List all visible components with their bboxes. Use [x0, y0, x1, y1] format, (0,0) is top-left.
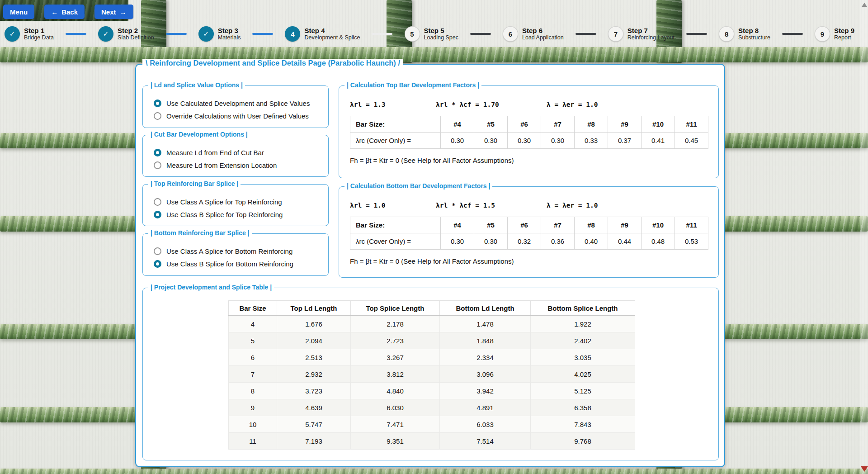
- wizard-step-9[interactable]: 9 Step 9Report: [815, 26, 854, 42]
- wizard-step-5[interactable]: 5 Step 5Loading Spec: [405, 26, 458, 42]
- step-connector: [154, 26, 198, 35]
- table-row: 11 7.193 9.351 7.514 9.768: [229, 433, 635, 450]
- radio-label: Use Class A Splice for Bottom Reinforcin…: [166, 247, 292, 255]
- col-header: Bottom Splice Length: [531, 301, 635, 316]
- menu-button[interactable]: Menu: [3, 5, 34, 19]
- cell: 9.768: [531, 433, 635, 450]
- step-number: 9: [821, 30, 824, 38]
- col-header: #8: [575, 217, 608, 233]
- wizard-step-1[interactable]: ✓ Step 1Bridge Data: [5, 26, 54, 42]
- step-title: Step 4: [304, 27, 360, 34]
- cell: 7: [229, 366, 277, 383]
- cell: 0.30: [508, 133, 541, 149]
- next-button[interactable]: Next →: [94, 5, 133, 19]
- cell: 0.53: [675, 233, 708, 250]
- radio-measure-from-end-of-cut-bar[interactable]: Measure Ld from End of Cut Bar: [154, 146, 328, 159]
- step-subtitle: Reinforcing Layout: [627, 34, 675, 42]
- cell: 4.025: [531, 366, 635, 383]
- wizard-step-8[interactable]: 8 Step 8Substructure: [719, 26, 770, 42]
- radio-unselected-icon[interactable]: [154, 112, 161, 120]
- cell: 1.922: [531, 316, 635, 332]
- cell: 6.033: [440, 416, 531, 433]
- step-connector: [675, 26, 719, 35]
- step-connector: [458, 26, 503, 35]
- fieldset-legend: Calculation Bottom Bar Development Facto…: [344, 182, 492, 190]
- radio-label: Measure Ld from End of Cut Bar: [166, 149, 264, 156]
- wizard-step-2[interactable]: ✓ Step 2Slab Definition: [98, 26, 154, 42]
- cell: 1.478: [440, 316, 531, 332]
- radio-unselected-icon[interactable]: [154, 247, 161, 255]
- col-header: #9: [608, 217, 642, 233]
- radio-class-a-bottom[interactable]: Use Class A Splice for Bottom Reinforcin…: [154, 245, 328, 257]
- cell: 4.639: [277, 399, 351, 416]
- table-row: 10 5.747 7.471 6.033 7.843: [229, 416, 635, 433]
- wizard-step-4-current[interactable]: 4 Step 4Development & Splice: [285, 26, 360, 42]
- bottom-factor-values: λrl = 1.0 λrl * λcf = 1.5 λ = λer = 1.0: [339, 202, 718, 211]
- fieldset-legend: Bottom Reinforcing Bar Splice: [148, 229, 252, 237]
- step-connector: [770, 26, 815, 35]
- step-subtitle: Development & Splice: [304, 34, 360, 42]
- wizard-step-7[interactable]: 7 Step 7Reinforcing Layout: [608, 26, 675, 42]
- cell: 0.32: [508, 233, 541, 250]
- radio-unselected-icon[interactable]: [154, 161, 161, 169]
- vertical-scrollbar[interactable]: [860, 0, 868, 474]
- table-row: λrc (Cover Only) = 0.30 0.30 0.30 0.30 0…: [350, 133, 708, 149]
- col-header: Bottom Ld Length: [440, 301, 531, 316]
- back-button[interactable]: ← Back: [44, 5, 85, 19]
- table-row: λrc (Cover Only) = 0.30 0.30 0.32 0.36 0…: [350, 233, 708, 250]
- cell: 2.723: [351, 332, 440, 349]
- radio-class-b-top[interactable]: Use Class B Splice for Top Reinforcing: [154, 208, 328, 221]
- step-number-circle: 9: [815, 26, 830, 42]
- wizard-step-6[interactable]: 6 Step 6Load Application: [503, 26, 564, 42]
- scroll-down-icon[interactable]: [861, 466, 868, 472]
- table-row: 8 3.723 4.840 3.942 5.125: [229, 383, 635, 399]
- cell: 6: [229, 349, 277, 366]
- cell: 8: [229, 383, 277, 399]
- col-header: #4: [441, 116, 474, 133]
- cell: 10: [229, 416, 277, 433]
- scroll-up-icon[interactable]: [862, 3, 867, 7]
- cell: 4: [229, 316, 277, 332]
- step-subtitle: Report: [834, 34, 854, 42]
- step-number-circle: 6: [503, 26, 518, 42]
- factor-lambda-rl: λrl = 1.0: [350, 202, 386, 209]
- cell: 3.096: [440, 366, 531, 383]
- radio-label: Measure Ld from Extension Location: [166, 161, 277, 169]
- table-row: 5 2.094 2.723 1.848 2.402: [229, 332, 635, 349]
- cell: 0.36: [541, 233, 575, 250]
- radio-label: Use Class B Splice for Bottom Reinforcin…: [166, 260, 293, 268]
- cell: 3.812: [351, 366, 440, 383]
- factor-lambda-rl: λrl = 1.3: [350, 101, 386, 108]
- wizard-step-3[interactable]: ✓ Step 3Materials: [198, 26, 241, 42]
- bar-size-header: Bar Size:: [350, 116, 441, 133]
- col-header: #6: [508, 116, 541, 133]
- step-number: 7: [614, 30, 618, 38]
- radio-class-b-bottom[interactable]: Use Class B Splice for Bottom Reinforcin…: [154, 257, 328, 270]
- table-header-row: Bar Size Top Ld Length Top Splice Length…: [229, 301, 635, 316]
- radio-selected-icon[interactable]: [154, 100, 161, 107]
- cell: 6.358: [531, 399, 635, 416]
- cell: 7.843: [531, 416, 635, 433]
- step-connector: [360, 26, 404, 35]
- step-title: Step 9: [834, 27, 854, 34]
- factor-assumptions-note: Fh = βt = Ktr = 0 (See Help for All Fact…: [350, 257, 718, 265]
- col-header: Top Ld Length: [277, 301, 351, 316]
- radio-unselected-icon[interactable]: [154, 198, 161, 206]
- radio-label: Use Class A Splice for Top Reinforcing: [166, 198, 282, 206]
- next-button-label: Next: [101, 8, 116, 16]
- cell: 3.035: [531, 349, 635, 366]
- radio-selected-icon[interactable]: [154, 211, 161, 218]
- bar-size-header: Bar Size:: [350, 217, 441, 233]
- radio-measure-from-extension-location[interactable]: Measure Ld from Extension Location: [154, 159, 328, 171]
- radio-selected-icon[interactable]: [154, 149, 161, 156]
- radio-override-user-defined[interactable]: Override Calculations with User Defined …: [154, 109, 328, 122]
- fieldset-legend: Ld and Splice Value Options: [148, 81, 245, 89]
- radio-class-a-top[interactable]: Use Class A Splice for Top Reinforcing: [154, 195, 328, 208]
- radio-use-calculated-values[interactable]: Use Calculated Development and Splice Va…: [154, 97, 328, 109]
- radio-selected-icon[interactable]: [154, 260, 161, 268]
- cell: 0.30: [441, 133, 474, 149]
- step-subtitle: Load Application: [522, 34, 564, 42]
- bottom-factors-table: Bar Size: #4 #5 #6 #7 #8 #9 #10 #11 λrc …: [350, 217, 708, 250]
- table-row: Bar Size: #4 #5 #6 #7 #8 #9 #10 #11: [350, 217, 708, 233]
- rebar-horizontal-bar: [0, 47, 868, 62]
